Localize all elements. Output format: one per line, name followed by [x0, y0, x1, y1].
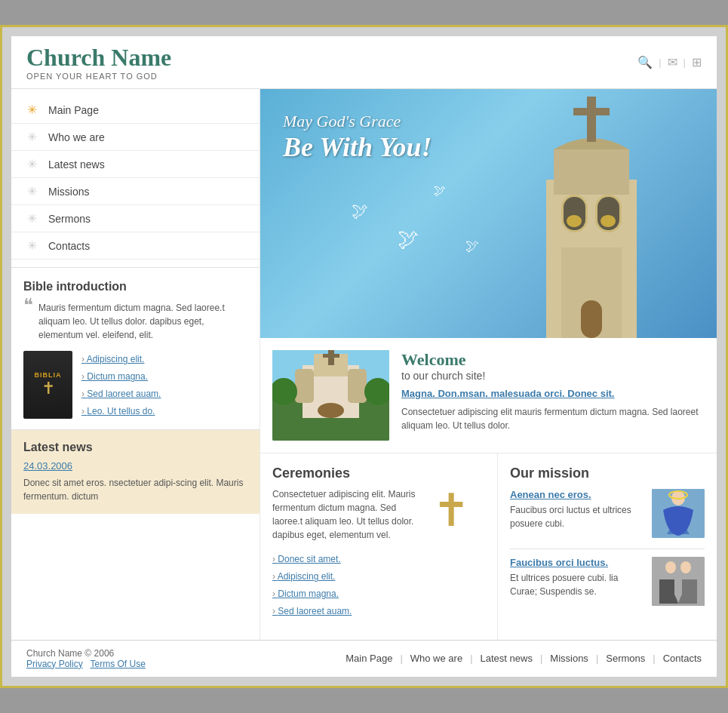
footer-nav: Main Page | Who we are | Latest news | M… — [346, 653, 702, 664]
svg-rect-20 — [295, 369, 314, 403]
welcome-subtitle: to our church site! — [401, 370, 705, 382]
nav-label: Who we are — [48, 131, 105, 143]
church-thumbnail — [272, 350, 389, 441]
mission-link-2[interactable]: Faucibus orci luctus. — [510, 557, 644, 568]
hero-banner: May God's Grace Be With You! 🕊 🕊 🕊 🕊 — [260, 89, 717, 338]
mission-image-1 — [652, 489, 705, 538]
content: May God's Grace Be With You! 🕊 🕊 🕊 🕊 — [260, 89, 717, 639]
cer-link-1[interactable]: Donec sit amet. — [272, 551, 485, 568]
footer-left: Church Name © 2006 Privacy Policy Terms … — [26, 648, 146, 669]
svg-rect-19 — [318, 403, 344, 418]
bible-link-4[interactable]: Leo. Ut tellus do. — [81, 403, 161, 420]
svg-rect-2 — [554, 149, 629, 195]
nav-item-who-we-are[interactable]: ✳ Who we are — [11, 124, 260, 151]
footer-nav-missions[interactable]: Missions — [550, 653, 588, 664]
footer-sep: | — [653, 653, 655, 664]
svg-rect-21 — [348, 369, 367, 403]
footer-nav-who-we-are[interactable]: Who we are — [410, 653, 462, 664]
welcome-desc: Consectetuer adipiscing elit mauris ferm… — [401, 405, 705, 432]
hero-text2: Be With You! — [283, 131, 432, 163]
footer-nav-latest-news[interactable]: Latest news — [481, 653, 533, 664]
bible-link-2[interactable]: Dictum magna. — [81, 368, 161, 386]
nav-item-latest-news[interactable]: ✳ Latest news — [11, 151, 260, 178]
news-date[interactable]: 24.03.2006 — [23, 460, 247, 472]
nav-label: Contacts — [48, 240, 90, 252]
footer-sep: | — [596, 653, 598, 664]
bible-book-title: BIBLIA — [35, 371, 62, 379]
nav-star-icon: ✳ — [23, 211, 41, 226]
header: Church Name OPEN YOUR HEART TO GOD 🔍 | ✉… — [11, 36, 717, 89]
svg-rect-12 — [581, 300, 602, 338]
footer-nav-contacts[interactable]: Contacts — [663, 653, 702, 664]
welcome-title: Welcome — [401, 350, 705, 370]
logo-title: Church Name — [26, 44, 171, 72]
dove-icon: 🕊 — [398, 226, 419, 251]
mission-link-1[interactable]: Aenean nec eros. — [510, 489, 644, 500]
content-top: Welcome to our church site! Magna. Don.m… — [260, 338, 717, 453]
ceremonies-section: Ceremonies ✝ Consectetuer adipiscing eli… — [260, 453, 498, 639]
privacy-policy-link[interactable]: Privacy Policy — [26, 659, 83, 669]
terms-link[interactable]: Terms Of Use — [90, 659, 145, 669]
bible-cross-icon: ✝ — [41, 379, 55, 398]
header-icons: 🔍 | ✉ | ⊞ — [637, 55, 702, 69]
footer-nav-sermons[interactable]: Sermons — [606, 653, 645, 664]
svg-rect-30 — [659, 579, 674, 604]
bible-link-3[interactable]: Sed laoreet auam. — [81, 386, 161, 403]
our-mission-section: Our mission Aenean nec eros. Faucibus or… — [498, 453, 717, 639]
dove-icon: 🕊 — [352, 201, 368, 221]
bible-intro: Bible introduction ❝ Mauris fermentum di… — [11, 268, 260, 429]
footer-nav-main-page[interactable]: Main Page — [346, 653, 392, 664]
nav-label: Main Page — [48, 104, 99, 116]
separator: | — [659, 57, 661, 68]
hero-overlay: May God's Grace Be With You! — [283, 112, 432, 163]
svg-rect-18 — [323, 354, 339, 358]
mission-item-2: Faucibus orci luctus. Et ultrices posuer… — [510, 557, 705, 606]
footer-sep: | — [470, 653, 472, 664]
main-layout: ✳ Main Page ✳ Who we are ✳ Latest news ✳… — [11, 89, 717, 639]
footer-links-row: Privacy Policy Terms Of Use — [26, 659, 146, 669]
nav-item-sermons[interactable]: ✳ Sermons — [11, 205, 260, 232]
mission-desc-1: Faucibus orci luctus et ultrices posuere… — [510, 503, 644, 530]
nav-star-icon: ✳ — [23, 157, 41, 171]
latest-news-sidebar: Latest news 24.03.2006 Donec sit amet er… — [11, 430, 260, 514]
nav-item-main-page[interactable]: ✳ Main Page — [11, 97, 260, 124]
logo-area: Church Name OPEN YOUR HEART TO GOD — [26, 44, 171, 81]
nav-star-icon: ✳ — [23, 103, 41, 117]
footer-sep: | — [400, 653, 402, 664]
svg-rect-4 — [573, 108, 610, 115]
svg-point-28 — [665, 561, 676, 573]
grid-icon[interactable]: ⊞ — [692, 55, 702, 69]
nav-item-missions[interactable]: ✳ Missions — [11, 178, 260, 205]
search-icon[interactable]: 🔍 — [637, 55, 653, 69]
mission-separator — [510, 549, 705, 549]
news-text: Donec sit amet eros. nsectetuer adipi-sc… — [23, 476, 247, 503]
welcome-link[interactable]: Magna. Don.msan. malesuada orci. Donec s… — [401, 388, 705, 399]
separator: | — [683, 57, 686, 68]
bible-link-1[interactable]: Adipiscing elit. — [81, 351, 161, 368]
mission-desc-2: Et ultrices posuere cubi. lia Curae; Sus… — [510, 571, 644, 598]
svg-point-29 — [680, 561, 691, 573]
mission-text-2: Faucibus orci luctus. Et ultrices posuer… — [510, 557, 644, 598]
cer-link-4[interactable]: Sed laoreet auam. — [272, 603, 485, 620]
mission-item-1: Aenean nec eros. Faucibus orci luctus et… — [510, 489, 705, 538]
cer-link-3[interactable]: Dictum magna. — [272, 585, 485, 603]
email-icon[interactable]: ✉ — [668, 55, 677, 69]
bible-quote: ❝ Mauris fermentum dictum magna. Sed lao… — [23, 301, 247, 342]
footer-copyright: Church Name © 2006 — [26, 648, 146, 659]
cer-link-2[interactable]: Adipiscing elit. — [272, 568, 485, 585]
sidebar: ✳ Main Page ✳ Who we are ✳ Latest news ✳… — [11, 89, 260, 639]
nav-star-icon: ✳ — [23, 184, 41, 198]
cross-icon: ✝ — [417, 487, 485, 548]
nav-label: Missions — [48, 186, 89, 198]
svg-point-10 — [601, 215, 616, 227]
nav-star-icon: ✳ — [23, 238, 41, 253]
mission-text-1: Aenean nec eros. Faucibus orci luctus et… — [510, 489, 644, 530]
svg-rect-3 — [587, 97, 596, 142]
ceremonies-links: Donec sit amet. Adipiscing elit. Dictum … — [272, 551, 485, 619]
latest-news-title: Latest news — [23, 441, 247, 454]
footer: Church Name © 2006 Privacy Policy Terms … — [11, 640, 717, 677]
nav-menu: ✳ Main Page ✳ Who we are ✳ Latest news ✳… — [11, 89, 260, 268]
nav-item-contacts[interactable]: ✳ Contacts — [11, 232, 260, 260]
bible-intro-title: Bible introduction — [23, 280, 247, 293]
logo-subtitle: OPEN YOUR HEART TO GOD — [26, 72, 171, 81]
